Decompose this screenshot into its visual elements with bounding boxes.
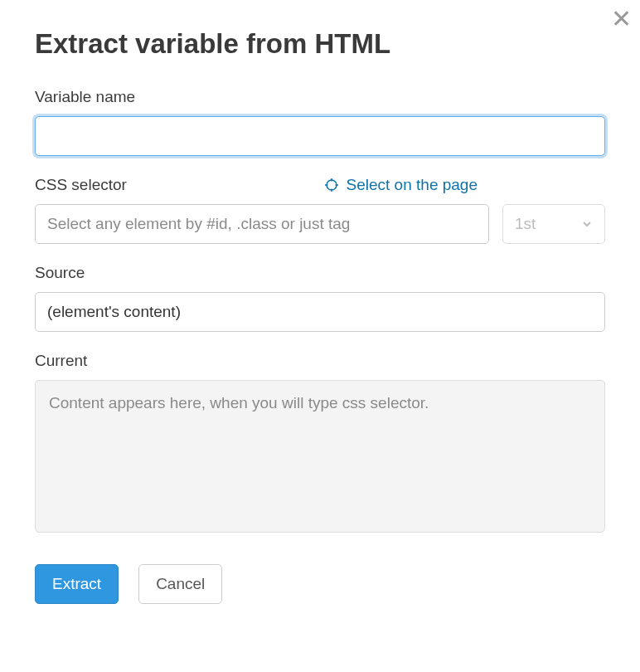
modal-title: Extract variable from HTML <box>35 28 605 60</box>
current-preview: Content appears here, when you will type… <box>35 380 605 533</box>
variable-name-label: Variable name <box>35 88 605 106</box>
close-icon[interactable]: ✕ <box>611 7 632 32</box>
css-selector-label-row: CSS selector Select on the page <box>35 176 605 194</box>
button-row: Extract Cancel <box>35 564 605 604</box>
current-group: Current Content appears here, when you w… <box>35 352 605 533</box>
extract-button[interactable]: Extract <box>35 564 119 604</box>
order-dropdown-value: 1st <box>515 215 536 233</box>
target-icon <box>325 178 338 192</box>
css-selector-label: CSS selector <box>35 176 127 194</box>
css-selector-group: CSS selector Select on the page 1st <box>35 176 605 244</box>
select-on-page-text: Select on the page <box>347 176 478 194</box>
variable-name-input[interactable] <box>35 116 605 156</box>
source-label: Source <box>35 264 605 282</box>
css-selector-input[interactable] <box>35 204 489 244</box>
current-label: Current <box>35 352 605 370</box>
css-selector-input-row: 1st <box>35 204 605 244</box>
source-input[interactable] <box>35 292 605 332</box>
source-group: Source <box>35 264 605 332</box>
order-dropdown[interactable]: 1st <box>502 204 605 244</box>
extract-variable-modal: ✕ Extract variable from HTML Variable na… <box>0 0 640 629</box>
cancel-button[interactable]: Cancel <box>138 564 222 604</box>
variable-name-group: Variable name <box>35 88 605 156</box>
select-on-page-link[interactable]: Select on the page <box>325 176 605 194</box>
svg-point-0 <box>327 180 337 190</box>
chevron-down-icon <box>581 218 593 230</box>
